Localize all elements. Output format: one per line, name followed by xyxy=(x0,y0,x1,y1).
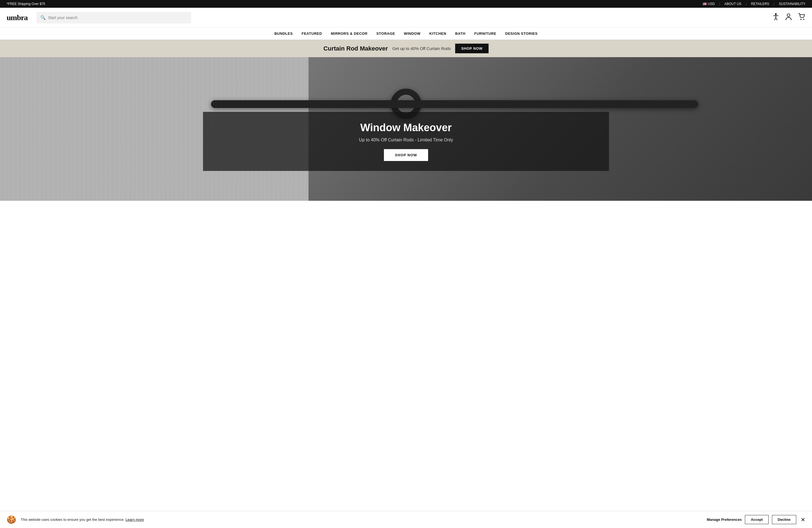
header: umbra 🔍 xyxy=(0,8,812,28)
logo[interactable]: umbra xyxy=(6,13,28,22)
header-icons xyxy=(773,13,806,22)
currency-selector[interactable]: 🇺🇸 USD xyxy=(702,2,715,6)
nav-furniture[interactable]: FURNITURE xyxy=(474,31,496,35)
hero-title: Window Makeover xyxy=(216,122,596,134)
nav-mirrors-decor[interactable]: MIRRORS & DECOR xyxy=(331,31,367,35)
cart-icon[interactable] xyxy=(798,13,806,22)
svg-point-7 xyxy=(803,19,804,20)
account-icon[interactable] xyxy=(785,13,792,22)
search-icon: 🔍 xyxy=(40,15,46,20)
hero-section: Window Makeover Up to 40% Off Curtain Ro… xyxy=(0,57,812,201)
nav-window[interactable]: WINDOW xyxy=(404,31,420,35)
svg-point-5 xyxy=(787,14,790,17)
accessibility-icon[interactable] xyxy=(773,13,779,22)
hero-background: Window Makeover Up to 40% Off Curtain Ro… xyxy=(0,57,812,201)
nav-storage[interactable]: STORAGE xyxy=(376,31,395,35)
search-input[interactable] xyxy=(48,15,187,20)
nav-bundles[interactable]: BUNDLES xyxy=(274,31,292,35)
top-bar-right: 🇺🇸 USD | ABOUT US | RETAILERS | SUSTAINA… xyxy=(702,2,806,6)
nav-featured[interactable]: FEATURED xyxy=(302,31,322,35)
sustainability-link[interactable]: SUSTAINABILITY xyxy=(779,2,806,6)
hero-overlay: Window Makeover Up to 40% Off Curtain Ro… xyxy=(203,112,609,171)
hero-rod xyxy=(211,100,698,108)
shipping-notice: *FREE Shipping Over $75 xyxy=(6,2,45,6)
hero-shop-now-button[interactable]: SHOP NOW xyxy=(384,149,428,161)
promo-subtitle: Get up to 40% Off Curtain Rods xyxy=(392,46,451,51)
svg-point-0 xyxy=(775,13,777,15)
top-bar: *FREE Shipping Over $75 🇺🇸 USD | ABOUT U… xyxy=(0,0,812,8)
nav-bath[interactable]: BATH xyxy=(455,31,465,35)
search-bar[interactable]: 🔍 xyxy=(37,12,191,24)
promo-title: Curtain Rod Makeover xyxy=(323,45,388,52)
nav-design-stories[interactable]: DESIGN STORIES xyxy=(505,31,538,35)
about-us-link[interactable]: ABOUT US xyxy=(724,2,741,6)
hero-subtitle: Up to 40% Off Curtain Rods - Limited Tim… xyxy=(216,137,596,143)
promo-banner: Curtain Rod Makeover Get up to 40% Off C… xyxy=(0,40,812,57)
svg-line-3 xyxy=(774,18,776,20)
promo-shop-now-button[interactable]: SHOP NOW xyxy=(455,44,489,53)
flag-icon: 🇺🇸 xyxy=(702,2,707,6)
svg-point-6 xyxy=(800,19,801,20)
retailers-link[interactable]: RETAILERS xyxy=(751,2,769,6)
main-nav: BUNDLES FEATURED MIRRORS & DECOR STORAGE… xyxy=(0,28,812,40)
svg-line-4 xyxy=(776,18,777,20)
nav-kitchen[interactable]: KITCHEN xyxy=(430,31,446,35)
